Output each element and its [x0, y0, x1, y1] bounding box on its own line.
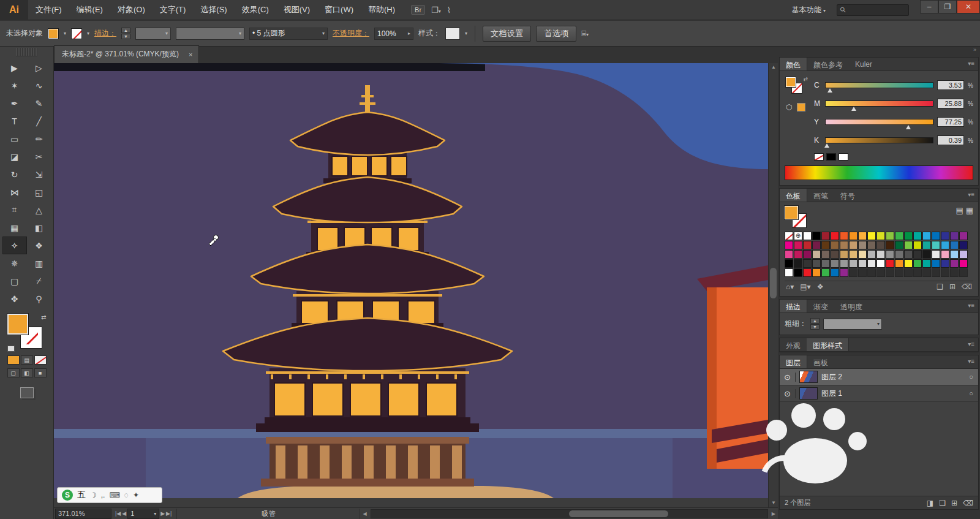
swap-fill-stroke-icon[interactable]: ⇄	[803, 76, 808, 82]
symbol-sprayer-tool[interactable]: ✵	[2, 254, 27, 272]
swatch-cccccc[interactable]	[858, 259, 867, 268]
swatch-c9b299[interactable]	[812, 250, 821, 259]
out-of-gamut-cube-icon[interactable]: ⬡	[786, 103, 792, 112]
swatch-1a1a1a[interactable]	[794, 259, 802, 268]
gradient-tool[interactable]: ◧	[27, 219, 51, 237]
swatch-000000[interactable]	[794, 268, 802, 277]
blend-tool[interactable]: ❖	[27, 237, 51, 254]
visibility-eye-icon[interactable]: ⊙	[780, 389, 796, 398]
layer-target-icon[interactable]: ○	[969, 373, 973, 381]
normal-screen-mode-button[interactable]: ▢	[7, 368, 20, 377]
zoom-tool[interactable]: ⚲	[27, 290, 51, 308]
swatch-662d91[interactable]	[950, 232, 959, 240]
visibility-eye-icon[interactable]: ⊙	[780, 373, 796, 382]
swatch-39b54a[interactable]	[913, 259, 922, 268]
step-up-icon[interactable]: ▲	[121, 28, 130, 33]
style-swatch[interactable]	[445, 28, 460, 40]
pencil-tool[interactable]: ✎	[27, 94, 51, 112]
tab-swatches[interactable]: 色板	[780, 189, 807, 202]
swatch-e0b873[interactable]	[849, 250, 858, 259]
swatch-333333[interactable]	[803, 259, 812, 268]
show-swatch-kinds-icon[interactable]: ▤▾	[800, 282, 810, 291]
ime-keyboard-icon[interactable]: ⌨	[109, 491, 119, 499]
vertical-scroll-thumb[interactable]	[770, 268, 777, 298]
shape-builder-tool[interactable]: ◱	[27, 183, 51, 201]
fill-proxy[interactable]	[785, 206, 798, 219]
tab-color-guide[interactable]: 颜色参考	[807, 58, 849, 70]
channel-slider[interactable]	[825, 100, 933, 107]
canvas[interactable]: ▲ ▼	[54, 63, 778, 507]
collapse-panels-icon[interactable]: »	[778, 47, 980, 57]
fullscreen-menu-mode-button[interactable]: ◧	[21, 368, 33, 377]
gamut-color-chip[interactable]	[797, 103, 805, 112]
menu-item-1[interactable]: 编辑(E)	[69, 0, 110, 20]
swatch-d3d800[interactable]	[913, 241, 922, 249]
chevron-down-icon[interactable]: ▾	[465, 31, 467, 36]
tab-layers[interactable]: 图层	[780, 355, 807, 368]
swatch-c69c6d[interactable]	[849, 241, 858, 249]
swatch-00a99d[interactable]	[913, 232, 922, 240]
panel-menu-icon[interactable]: ▾≡	[968, 58, 978, 70]
swatch-fbb03b[interactable]	[858, 232, 867, 240]
swatch-736357[interactable]	[867, 241, 876, 249]
eyedropper-tool[interactable]: ✧	[2, 237, 27, 254]
bridge-button[interactable]: Br	[411, 5, 425, 15]
step-down-icon[interactable]: ▼	[121, 34, 130, 39]
artboard-tool[interactable]: ▢	[2, 272, 27, 290]
swatch-libraries-icon[interactable]: ⌂▾	[786, 282, 794, 291]
close-button[interactable]: ✕	[957, 0, 980, 13]
swatch-d4145a[interactable]	[794, 241, 802, 249]
swatch-2fa8dd[interactable]	[941, 241, 949, 249]
tab-stroke[interactable]: 描边	[780, 300, 807, 313]
panel-grip[interactable]	[16, 48, 37, 56]
ime-user-icon[interactable]: ◌	[124, 491, 129, 499]
menu-item-2[interactable]: 对象(O)	[110, 0, 153, 20]
scroll-up-icon[interactable]: ▲	[769, 63, 778, 72]
swatch-93278f[interactable]	[950, 259, 959, 268]
swatch-efd9a7[interactable]	[858, 250, 867, 259]
menu-item-6[interactable]: 视图(V)	[276, 0, 317, 20]
swatch-00a99d[interactable]	[922, 259, 931, 268]
tab-transparency[interactable]: 透明度	[834, 300, 869, 313]
rotate-tool[interactable]: ↻	[2, 165, 27, 183]
color-spectrum-bar[interactable]	[785, 165, 973, 180]
layer-name[interactable]: 图层 2	[821, 372, 842, 382]
swatch-49c7c0[interactable]	[932, 241, 940, 249]
swatch-9e1f2e[interactable]	[821, 232, 830, 240]
next-artboard-icon[interactable]: ▶	[160, 510, 165, 517]
first-artboard-icon[interactable]: |◀	[115, 510, 121, 517]
align-options-icon[interactable]: ⌸▾	[581, 29, 589, 39]
lasso-tool[interactable]: ∿	[27, 77, 51, 94]
tab-symbols[interactable]: 符号	[834, 189, 861, 202]
fill-color-swatch[interactable]	[48, 28, 59, 39]
swatch-666666[interactable]	[821, 259, 830, 268]
swatch-603813[interactable]	[821, 241, 830, 249]
step-up-icon[interactable]: ▲	[810, 318, 820, 324]
swatch-c2185b[interactable]	[794, 250, 802, 259]
swatch-39b54a[interactable]	[821, 268, 830, 277]
swatch-e6e6e6[interactable]	[867, 259, 876, 268]
swatch-909090[interactable]	[886, 250, 894, 259]
chevron-down-icon[interactable]: ▾	[87, 31, 89, 36]
channel-value-input[interactable]: 3.53	[937, 80, 964, 90]
slider-thumb-icon[interactable]	[824, 143, 829, 148]
arrange-documents-icon[interactable]: ❐▾	[431, 6, 441, 15]
swatch-303030[interactable]	[913, 250, 922, 259]
cs-live-icon[interactable]: ⌇	[447, 6, 451, 15]
swatch-8cc63f[interactable]	[886, 232, 894, 240]
swatch-fcee21[interactable]	[867, 232, 876, 240]
variable-width-profile-select[interactable]: ▾	[176, 28, 244, 40]
swatch-c1272d[interactable]	[803, 241, 812, 249]
document-setup-button[interactable]: 文档设置	[483, 26, 531, 42]
swatch-15a79b[interactable]	[922, 241, 931, 249]
swatch-8c6239[interactable]	[831, 241, 839, 249]
scroll-down-icon[interactable]: ▼	[769, 499, 778, 507]
panel-menu-icon[interactable]: ▾≡	[968, 189, 978, 202]
panel-menu-icon[interactable]: ▾≡	[968, 355, 978, 368]
swatch-42210b[interactable]	[886, 241, 894, 249]
vertical-scrollbar[interactable]: ▲ ▼	[768, 63, 778, 507]
menu-item-4[interactable]: 选择(S)	[193, 0, 234, 20]
menu-item-3[interactable]: 文字(T)	[153, 0, 194, 20]
rectangle-tool[interactable]: ▭	[2, 130, 27, 148]
menu-item-5[interactable]: 效果(C)	[235, 0, 276, 20]
